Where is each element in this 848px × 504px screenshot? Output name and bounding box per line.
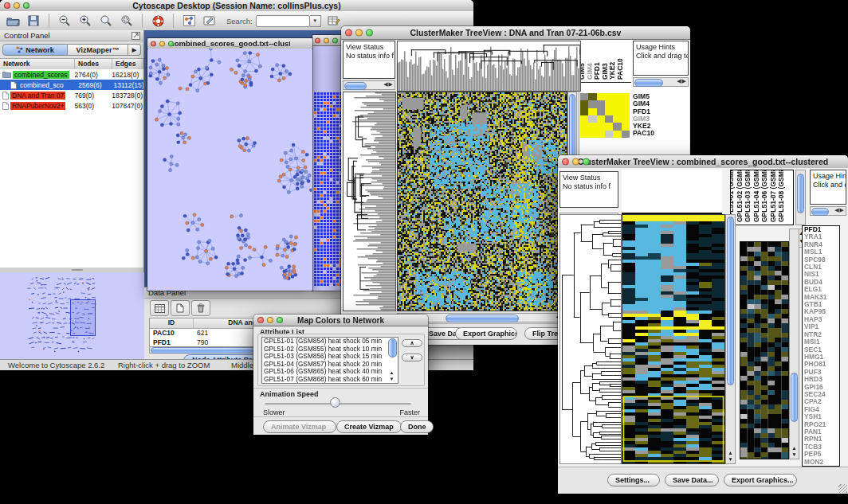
close-icon[interactable] <box>315 37 320 43</box>
search-input[interactable] <box>256 15 310 27</box>
usage-hints-scrollbar[interactable]: ◀▶ <box>810 206 846 216</box>
zoom-icon[interactable] <box>277 317 283 323</box>
move-up-button[interactable]: ∧ <box>402 339 422 347</box>
matrix-cell[interactable] <box>622 131 630 138</box>
background-network-window[interactable] <box>312 35 343 291</box>
network-tree-row[interactable]: RNAPuberNov2+563(0)107847(0) <box>0 100 143 111</box>
close-icon[interactable] <box>4 2 10 9</box>
heatmap-vscrollbar[interactable]: ▲ ▼ <box>725 214 736 464</box>
zoom-in-button[interactable] <box>77 14 93 28</box>
matrix-cell[interactable] <box>597 131 605 138</box>
attribute-browser-button[interactable] <box>326 14 342 28</box>
matrix-cell[interactable] <box>605 123 613 130</box>
minimize-icon[interactable] <box>159 41 165 46</box>
dense-network-canvas[interactable] <box>313 92 342 287</box>
minimize-icon[interactable] <box>324 37 329 43</box>
scroll-arrows-icon[interactable]: ◀▶ <box>834 207 845 213</box>
matrix-cell[interactable] <box>588 115 596 123</box>
help-button[interactable] <box>150 14 166 28</box>
network-view-window[interactable]: combined_scores_good.txt--cluste... <box>147 38 312 291</box>
close-icon[interactable] <box>562 158 569 166</box>
close-icon[interactable] <box>257 317 264 323</box>
slider-thumb[interactable] <box>330 397 340 408</box>
search-dropdown-button[interactable]: ▼ <box>310 15 321 27</box>
column-header-edges[interactable]: Edges <box>112 59 143 69</box>
matrix-cell[interactable] <box>580 123 588 130</box>
usage-hints-scrollbar[interactable]: ◀▶ <box>633 77 689 87</box>
window-controls[interactable] <box>345 29 373 37</box>
column-dendrogram-canvas[interactable] <box>397 41 581 92</box>
dialog-titlebar[interactable]: Map Colors to Network <box>253 315 428 326</box>
matrix-cell[interactable] <box>580 108 588 115</box>
new-attribute-button[interactable] <box>171 300 190 316</box>
column-dendrogram-area[interactable] <box>622 170 722 214</box>
resize-grip[interactable] <box>838 484 847 493</box>
zoom-icon[interactable] <box>583 158 590 166</box>
matrix-cell[interactable] <box>588 93 596 100</box>
view-status-scrollbar[interactable]: ◀▶ <box>343 80 395 90</box>
tab-vizmapper[interactable]: VizMapper™ <box>68 44 128 56</box>
background-window-titlebar[interactable] <box>312 35 343 46</box>
network-tree-row[interactable]: DNA and Tran 07769(0)183728(0) <box>0 90 143 100</box>
network-overview-panel[interactable] <box>0 272 143 360</box>
scroll-down-icon[interactable]: ▼ <box>387 377 396 381</box>
tab-network[interactable]: Network <box>2 44 68 56</box>
gene-label-list[interactable]: PFD1YRA1RNR4MSL1SPC98CLN1NIS1BUD4ELG1MAK… <box>802 225 840 467</box>
open-session-button[interactable] <box>5 14 21 28</box>
zoom-icon[interactable] <box>332 37 338 43</box>
attribute-item[interactable]: GPL51-07 (GSM868) heat shock 60 min <box>262 376 398 384</box>
window-controls[interactable] <box>315 37 338 43</box>
network-graph-canvas[interactable] <box>148 49 312 290</box>
matrix-cell[interactable] <box>622 100 630 107</box>
zoom-icon[interactable] <box>168 41 174 46</box>
vizmapper-shortcut-button[interactable] <box>181 14 197 28</box>
row-dendrogram-canvas[interactable] <box>559 214 622 464</box>
network-tree-row[interactable]: combined_scores2764(0)16218(0) <box>0 69 143 80</box>
matrix-cell[interactable] <box>605 115 613 123</box>
similarity-matrix[interactable] <box>580 93 630 138</box>
scroll-down-icon[interactable]: ▼ <box>726 456 735 463</box>
minimize-icon[interactable] <box>355 29 363 37</box>
matrix-cell[interactable] <box>622 115 630 123</box>
matrix-cell[interactable] <box>588 123 596 130</box>
minimize-icon[interactable] <box>572 158 579 166</box>
export-graphics-button[interactable]: Export Graphics... <box>455 327 517 340</box>
network-window-titlebar[interactable]: combined_scores_good.txt--cluste... <box>147 38 312 49</box>
matrix-cell[interactable] <box>597 100 605 107</box>
window-controls[interactable] <box>4 2 29 9</box>
column-header-network[interactable]: Network <box>0 59 75 69</box>
save-data-button[interactable]: Save Data... <box>665 474 719 486</box>
scroll-up-icon[interactable]: ▲ <box>726 450 735 456</box>
delete-attribute-button[interactable] <box>191 300 210 316</box>
main-titlebar[interactable]: Cytoscape Desktop (Session Name: collins… <box>0 0 473 12</box>
matrix-cell[interactable] <box>580 93 588 100</box>
save-session-button[interactable] <box>26 14 41 28</box>
network-tree-row[interactable]: combined_sco2569(6)13112(15) <box>0 80 143 90</box>
attribute-list[interactable]: GPL51-01 (GSM854) heat shock 05 minGPL51… <box>261 337 398 384</box>
window-controls[interactable] <box>257 317 283 323</box>
matrix-cell[interactable] <box>597 108 605 115</box>
tab-overflow-button[interactable]: ▶ <box>128 44 141 56</box>
move-down-button[interactable]: ∨ <box>402 354 422 361</box>
zoom-heatmap-canvas[interactable] <box>740 241 789 459</box>
scroll-arrows-icon[interactable]: ◀▶ <box>677 78 687 84</box>
matrix-cell[interactable] <box>613 123 621 130</box>
matrix-cell[interactable] <box>588 131 596 138</box>
zoom-vscrollbar[interactable]: ▲ ▼ <box>789 229 799 459</box>
attribute-list-scrollbar[interactable]: ▲ ▼ <box>387 337 397 382</box>
treeview1-titlebar[interactable]: ClusterMaker TreeView : DNA and Tran 07-… <box>341 26 690 40</box>
annotation-button[interactable] <box>202 14 218 28</box>
column-header-id[interactable]: ID <box>150 318 194 328</box>
treeview2-titlebar[interactable]: ClusterMaker TreeView : combined_scores_… <box>558 155 848 169</box>
done-button[interactable]: Done <box>400 420 434 433</box>
matrix-cell[interactable] <box>588 108 596 115</box>
matrix-cell[interactable] <box>613 100 621 107</box>
column-labels-scrollbar[interactable] <box>795 170 806 225</box>
matrix-cell[interactable] <box>613 108 621 115</box>
show-table-button[interactable] <box>150 300 169 316</box>
minimize-icon[interactable] <box>14 2 20 9</box>
matrix-cell[interactable] <box>597 115 605 123</box>
matrix-cell[interactable] <box>605 131 613 138</box>
export-graphics-button[interactable]: Export Graphics... <box>724 474 797 486</box>
matrix-cell[interactable] <box>613 131 621 138</box>
